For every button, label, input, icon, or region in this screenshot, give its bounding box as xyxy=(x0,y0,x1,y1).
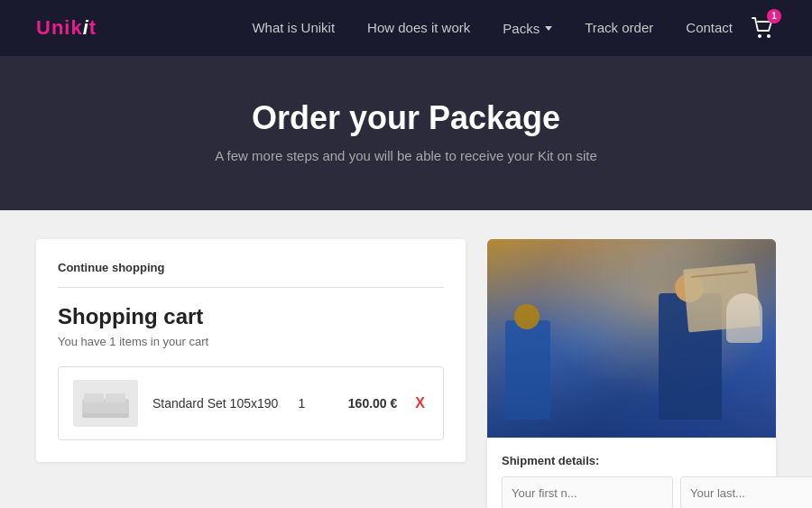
person-figure-2 xyxy=(659,293,722,420)
remove-item-button[interactable]: X xyxy=(411,395,429,411)
item-price: 160.00 € xyxy=(325,396,397,411)
hero-title: Order your Package xyxy=(18,99,794,137)
firstname-input[interactable] xyxy=(502,476,673,508)
nav-item-contact[interactable]: Contact xyxy=(686,20,733,36)
nav-link-what-is[interactable]: What is Unikit xyxy=(252,20,335,35)
glove-illustration xyxy=(726,293,762,343)
continue-shopping-link[interactable]: Continue shopping xyxy=(58,261,444,288)
nav-item-what-is[interactable]: What is Unikit xyxy=(252,20,335,36)
nav-link-contact[interactable]: Contact xyxy=(686,20,733,35)
nav-item-packs[interactable]: Packs xyxy=(503,21,552,36)
hero-subtitle: A few more steps and you will be able to… xyxy=(18,148,794,163)
right-panel: Shipment details: xyxy=(487,239,776,508)
delivery-image xyxy=(487,239,776,438)
cart-title: Shopping cart xyxy=(58,304,444,329)
hero-section: Order your Package A few more steps and … xyxy=(0,56,812,210)
package-illustration xyxy=(683,263,761,333)
item-image xyxy=(73,380,138,427)
cart-panel: Continue shopping Shopping cart You have… xyxy=(36,239,466,462)
logo-highlight: ki xyxy=(70,16,88,39)
svg-rect-3 xyxy=(84,393,104,402)
svg-rect-5 xyxy=(82,413,129,418)
chevron-down-icon xyxy=(545,26,552,31)
logo-suffix: t xyxy=(89,16,97,39)
logo-prefix: Uni xyxy=(36,16,70,39)
nav-link-packs[interactable]: Packs xyxy=(503,21,552,36)
item-quantity: 1 xyxy=(292,396,310,411)
shipment-title: Shipment details: xyxy=(502,454,761,467)
shipment-section: Shipment details: xyxy=(487,438,776,508)
nav-link-how-it-works[interactable]: How does it work xyxy=(367,20,470,35)
nav-item-how-it-works[interactable]: How does it work xyxy=(367,20,470,36)
cart-count-text: You have 1 items in your cart xyxy=(58,335,444,348)
cart-item: Standard Set 105x190 1 160.00 € X xyxy=(58,366,444,440)
shipment-inputs xyxy=(502,476,761,508)
nav-links: What is Unikit How does it work Packs Tr… xyxy=(252,20,733,36)
svg-point-1 xyxy=(767,34,770,38)
logo[interactable]: Unikit xyxy=(36,16,97,40)
svg-rect-4 xyxy=(106,393,125,402)
item-name: Standard Set 105x190 xyxy=(152,396,278,411)
nav-item-track-order[interactable]: Track order xyxy=(585,20,653,36)
lastname-input[interactable] xyxy=(680,476,812,508)
navigation: Unikit What is Unikit How does it work P… xyxy=(0,0,812,56)
person-figure-1 xyxy=(505,320,550,420)
item-product-image xyxy=(80,386,131,420)
nav-link-track-order[interactable]: Track order xyxy=(585,20,653,35)
main-content: Continue shopping Shopping cart You have… xyxy=(0,210,812,508)
cart-badge: 1 xyxy=(767,9,781,23)
cart-button[interactable]: 1 xyxy=(751,14,776,42)
svg-point-0 xyxy=(758,34,761,38)
